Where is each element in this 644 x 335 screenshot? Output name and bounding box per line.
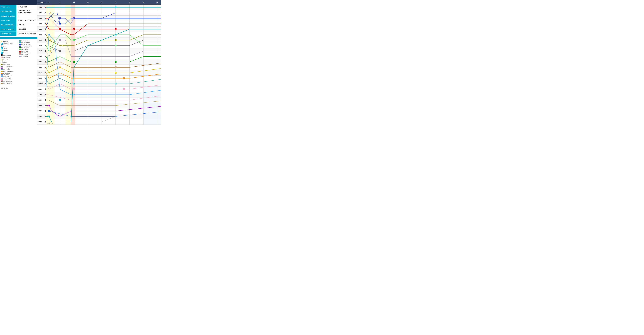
driver-code: JP	[40, 72, 44, 73]
pit-stop-SP: P	[62, 45, 64, 46]
svg-text:P: P	[115, 45, 116, 46]
info-label: CIRCUIT LENGTH:	[0, 23, 16, 27]
pos-row: 6 SP	[38, 32, 46, 37]
driver-code: DK	[40, 105, 44, 106]
key-lapped: Lapped	[1, 61, 18, 63]
info-value: 14:00 Local - 12:00 GMT	[16, 19, 37, 22]
info-label: NUMBER OF LAPS:	[0, 14, 16, 18]
grid-indicator	[45, 45, 46, 46]
lap-tick: 40	[156, 1, 158, 3]
pit-stop-FN: P	[73, 94, 75, 95]
pit-stop-FM: P	[73, 61, 75, 63]
key-sv: SV: S Vettel	[19, 50, 36, 52]
svg-text:P: P	[115, 72, 116, 73]
svg-text:M: M	[60, 100, 60, 101]
grid-indicator	[45, 12, 46, 13]
svg-text:P: P	[74, 39, 74, 41]
lap-tick: 35	[142, 1, 144, 3]
pos-row: 14 CS	[38, 76, 46, 81]
info-value: 44	[16, 15, 20, 17]
pos-labels: 1 NR 2 MV 3 KR 4 SV 5 DR 6 SP 7 NH 8 VB …	[38, 5, 46, 125]
pos-number: 10	[38, 56, 40, 57]
driver-code: NH	[40, 39, 44, 41]
pit-stop-PW: P	[123, 88, 125, 90]
info-value: 1:47.263 - S Vettel [2009]	[16, 32, 37, 35]
lap-header-container: 151015202530354044	[46, 0, 161, 5]
lap-tick: 10	[73, 1, 74, 3]
grid-indicator	[45, 17, 46, 19]
key-km: KM: K Magnussen	[1, 71, 36, 72]
key-nr: NR: N Rosberg	[19, 42, 36, 43]
pos-row: 20 ME	[38, 108, 46, 114]
pos-row: 10 FM	[38, 54, 46, 59]
svg-text:P: P	[74, 61, 74, 62]
pit-stop-SV: P	[59, 28, 61, 30]
svg-text:P: P	[74, 89, 74, 90]
pit-stop-KR: P	[115, 28, 116, 30]
key-cs: CS: C Sainz	[1, 69, 36, 70]
pos-number: 2	[38, 12, 40, 13]
round-header	[0, 0, 37, 5]
svg-text:P: P	[115, 7, 116, 8]
lap-tick: 25	[115, 1, 116, 3]
key-eg: EG: E Guiterrez	[1, 83, 36, 84]
svg-text:P: P	[60, 39, 60, 41]
key-jp: JP: J Palmer	[1, 72, 36, 74]
svg-text:P: P	[48, 105, 49, 106]
svg-text:Safety Car: Safety Car	[47, 123, 53, 124]
pos-row: 8 VB	[38, 43, 46, 48]
info-value: 308.052KM	[16, 28, 27, 31]
key-excluded: E Excluded	[1, 52, 18, 54]
key-lh: LH: L Hamilton	[19, 40, 36, 42]
chart-body: 1 NR 2 MV 3 KR 4 SV 5 DR 6 SP 7 NH 8 VB …	[38, 5, 161, 125]
info-row: LAP RECORD: 1:47.263 - S Vettel [2009]	[0, 31, 37, 36]
svg-text:P: P	[124, 89, 124, 90]
svg-text:P: P	[60, 18, 60, 19]
key-spin: ◎ Spin	[1, 45, 18, 47]
pos-number: 11	[38, 61, 40, 63]
svg-text:P: P	[74, 83, 74, 84]
key-header	[0, 37, 37, 39]
driver-code: EG	[40, 99, 44, 101]
grid-indicator	[45, 72, 46, 73]
grid-indicator	[45, 78, 46, 79]
grid-indicator	[45, 50, 46, 51]
pos-row: 7 NH	[38, 37, 46, 43]
pos-row: 19 DK	[38, 103, 46, 108]
driver-code: VB	[40, 45, 44, 46]
svg-text:P: P	[60, 67, 60, 68]
grid-indicator	[45, 105, 46, 106]
info-row: CIRCUIT LENGTH: 7.004KM	[0, 23, 37, 27]
key-sp: SP: S Perez	[1, 64, 36, 65]
pos-row: 21 LH	[38, 114, 46, 119]
pos-number: 8	[38, 45, 40, 46]
pos-row: 5 DR	[38, 26, 46, 32]
pit-stop-CS: P	[73, 83, 75, 85]
svg-text:P: P	[48, 110, 49, 112]
pos-row: 4 SV	[38, 21, 46, 26]
grid-indicator	[45, 39, 46, 41]
key-eo: EO: E Ocon	[1, 79, 36, 81]
pit-stop-ME: P	[48, 110, 50, 112]
driver-code: FN	[40, 88, 44, 90]
left-panel: RACE DATE: 28 AUG 2016 CIRCUIT NAME: CIR…	[0, 0, 38, 125]
svg-text:P: P	[74, 29, 74, 30]
svg-text:P: P	[115, 67, 116, 68]
grid-indicator	[45, 67, 46, 68]
driver-code: DR	[40, 28, 44, 30]
pos-number: 7	[38, 39, 40, 41]
info-value: CIRCUIT DE SPA-FRANCORCHAMPS	[16, 9, 37, 14]
info-row: RACE DATE: 28 AUG 2016	[0, 5, 37, 9]
pos-row: 12 KM	[38, 65, 46, 70]
pit-stop-KM: P	[59, 66, 61, 68]
driver-code: MV	[40, 12, 44, 13]
chart-header: Grid 151015202530354044	[38, 0, 161, 5]
accident-MV: ★	[50, 12, 51, 14]
pit-stop-SP: P	[59, 45, 61, 46]
svg-text:P: P	[62, 45, 63, 46]
pit-stop-RG: P	[115, 66, 116, 68]
pos-number: 18	[38, 99, 40, 101]
grid-label: Grid	[38, 1, 46, 3]
pos-number: 21	[38, 116, 40, 117]
key-safety: Safety Car	[1, 59, 18, 61]
